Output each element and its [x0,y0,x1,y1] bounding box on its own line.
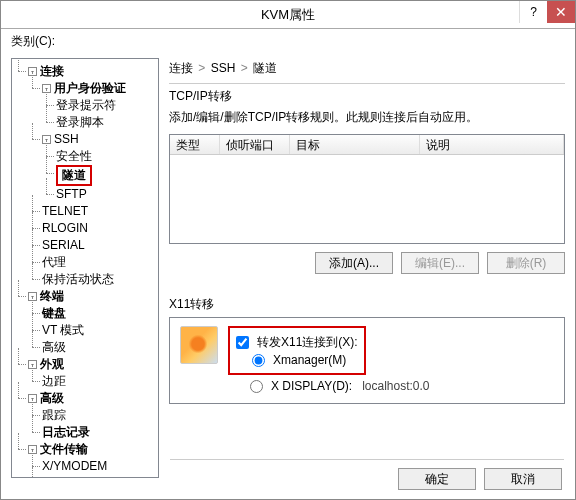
edit-button: 编辑(E)... [401,252,479,274]
tree-xymodem[interactable]: X/YMODEM [42,459,107,473]
tree-advanced[interactable]: 高级 [42,340,66,354]
tree-tunnel-selected[interactable]: 隧道 [56,165,92,186]
tree-appearance[interactable]: 外观 [40,357,64,371]
footer-separator [170,459,564,460]
tree-log[interactable]: 日志记录 [42,425,90,439]
tree-proxy[interactable]: 代理 [42,255,66,269]
tree-advanced2[interactable]: 高级 [40,391,64,405]
window-title: KVM属性 [1,6,575,24]
col-listen-port[interactable]: 侦听端口 [220,135,290,154]
tree-sftp[interactable]: SFTP [56,187,87,201]
forward-x11-checkbox[interactable] [236,336,249,349]
tree-rlogin[interactable]: RLOGIN [42,221,88,235]
delete-button: 删除(R) [487,252,565,274]
help-button[interactable]: ? [519,1,547,23]
x11-group: 转发X11连接到(X): Xmanager(M) X DISPLAY(D): l… [169,317,565,404]
cancel-button[interactable]: 取消 [484,468,562,490]
tree-security[interactable]: 安全性 [56,149,92,163]
tree-serial[interactable]: SERIAL [42,238,85,252]
tcpip-desc: 添加/编辑/删除TCP/IP转移规则。此规则连接后自动应用。 [169,109,565,126]
col-type[interactable]: 类型 [170,135,220,154]
category-label: 类别(C): [11,33,575,50]
tcpip-title: TCP/IP转移 [169,88,565,105]
tree-keepalive[interactable]: 保持活动状态 [42,272,114,286]
xdisplay-host: localhost:0.0 [362,379,429,393]
xmanager-label: Xmanager(M) [273,353,346,367]
tcpip-table[interactable]: 类型 侦听端口 目标 说明 [169,134,565,244]
tree-telnet[interactable]: TELNET [42,204,88,218]
tree-vtmode[interactable]: VT 模式 [42,323,84,337]
tree-ssh[interactable]: SSH [54,132,79,146]
tree-connection[interactable]: 连接 [40,64,64,78]
breadcrumb: 连接 > SSH > 隧道 [169,60,565,77]
ok-button[interactable]: 确定 [398,468,476,490]
tree-terminal[interactable]: 终端 [40,289,64,303]
col-target[interactable]: 目标 [290,135,420,154]
add-button[interactable]: 添加(A)... [315,252,393,274]
xmanager-radio[interactable] [252,354,265,367]
title-bar: KVM属性 ? ✕ [1,1,575,29]
tree-login-prompt[interactable]: 登录提示符 [56,98,116,112]
tree-keyboard[interactable]: 键盘 [42,306,66,320]
forward-x11-label: 转发X11连接到(X): [257,334,358,351]
xmanager-icon [180,326,218,364]
tree-margin[interactable]: 边距 [42,374,66,388]
close-button[interactable]: ✕ [547,1,575,23]
tree-filetransfer[interactable]: 文件传输 [40,442,88,456]
xdisplay-label: X DISPLAY(D): [271,379,352,393]
x11-highlight: 转发X11连接到(X): Xmanager(M) [228,326,366,375]
tree-auth[interactable]: 用户身份验证 [54,81,126,95]
tree-zmodem[interactable]: ZMODEM [42,476,95,478]
category-tree[interactable]: -连接 -用户身份验证 登录提示符 登录脚本 -SSH 安全性 隧道 SFTP [11,58,159,478]
xdisplay-radio[interactable] [250,380,263,393]
x11-title: X11转移 [169,296,565,313]
tree-trace[interactable]: 跟踪 [42,408,66,422]
col-desc[interactable]: 说明 [420,135,564,154]
tree-login-script[interactable]: 登录脚本 [56,115,104,129]
